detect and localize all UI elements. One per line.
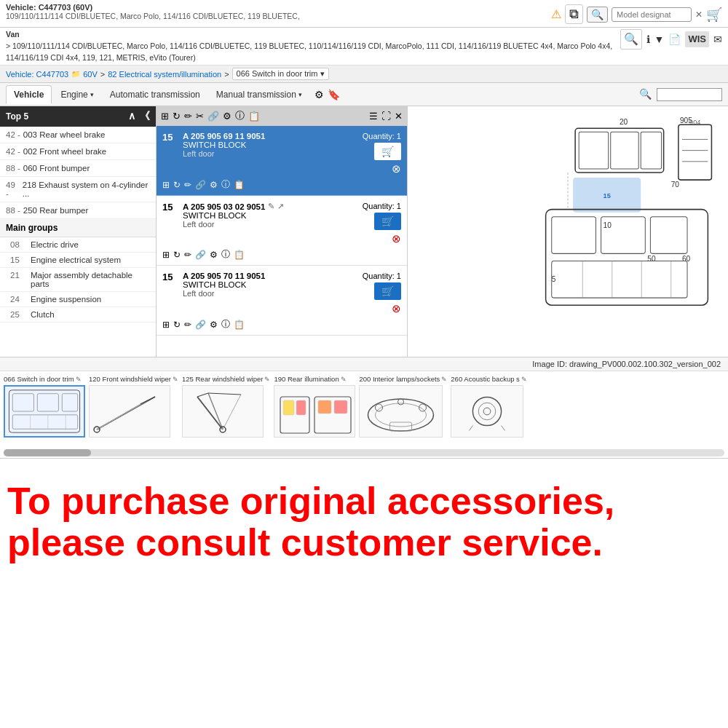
cart-btn-3[interactable]: 🛒: [374, 282, 401, 300]
fullscreen-icon[interactable]: ⛶: [381, 111, 391, 122]
doc-icon[interactable]: 📄: [668, 32, 681, 47]
search-icon[interactable]: 🔍: [587, 7, 608, 23]
thumb-label-4: 190 Rear illumination ✎: [274, 375, 355, 383]
link-sm-icon[interactable]: 🔗: [195, 180, 206, 190]
nav-icon-settings[interactable]: ⚙: [314, 89, 324, 100]
pencil-icon[interactable]: ✏: [184, 111, 192, 122]
info-sm-icon[interactable]: ⓘ: [221, 248, 230, 261]
thumbnail-item-3[interactable]: 125 Rear windshield wiper ✎: [182, 375, 270, 438]
top5-item-3[interactable]: 88 - 060 Front bumper: [0, 160, 156, 177]
breadcrumb-60v[interactable]: 60V: [83, 70, 98, 79]
filter-icon[interactable]: ▼: [654, 32, 665, 47]
grid-sm-icon[interactable]: ⊞: [162, 250, 170, 260]
thumbnail-item-5[interactable]: 200 Interior lamps/sockets ✎: [359, 375, 447, 438]
ext-link-icon-2[interactable]: ↗: [277, 202, 284, 211]
info-sm-icon[interactable]: ⓘ: [221, 178, 230, 191]
cart-icon[interactable]: 🛒: [706, 7, 722, 23]
nav-icon-bookmark[interactable]: 🔖: [328, 89, 340, 100]
group-item-4[interactable]: 24 Engine suspension: [0, 292, 156, 307]
close-panel-icon[interactable]: ✕: [395, 111, 403, 122]
cart-btn-1[interactable]: 🛒: [374, 143, 401, 160]
nav-search-icon[interactable]: 🔍: [639, 88, 652, 100]
top5-header[interactable]: Top 5 ∧ 《: [0, 106, 156, 127]
close-x-icon[interactable]: ✕: [695, 9, 703, 20]
wis-icon[interactable]: WIS: [685, 31, 709, 47]
thumbnail-item-1[interactable]: 066 Switch in door trim ✎: [4, 375, 85, 438]
link-icon[interactable]: 🔗: [207, 111, 219, 122]
top-header: Vehicle: C447703 (60V) 109/110/111/114 C…: [0, 0, 728, 28]
delete-btn-3[interactable]: ⊗: [392, 302, 401, 315]
top5-item-5[interactable]: 88 - 250 Rear bumper: [0, 202, 156, 219]
info-sm-icon[interactable]: ⓘ: [221, 318, 230, 331]
scrollbar-thumb[interactable]: [4, 449, 91, 456]
zoom-icon[interactable]: 🔍: [620, 29, 642, 50]
scrollbar-track[interactable]: [4, 449, 724, 456]
pencil-sm-icon[interactable]: ✏: [184, 320, 191, 330]
part-item-1[interactable]: 15 A 205 905 69 11 9051 SWITCH BLOCK Lef…: [157, 126, 407, 196]
edit-icon-2[interactable]: ✎: [268, 202, 274, 211]
link-sm-icon[interactable]: 🔗: [195, 320, 206, 330]
top5-item-2[interactable]: 42 - 002 Front wheel brake: [0, 143, 156, 160]
refresh-sm-icon[interactable]: ↻: [173, 320, 181, 330]
link-sm-icon[interactable]: 🔗: [195, 250, 206, 260]
group-item-5[interactable]: 25 Clutch: [0, 307, 156, 323]
part-icons-row-1: ⊞ ↻ ✏ 🔗 ⚙ ⓘ 📋: [162, 178, 401, 191]
breadcrumb-elec[interactable]: 82 Electrical system/illumination: [108, 70, 221, 79]
cart-btn-2[interactable]: 🛒: [374, 213, 401, 230]
tab-automatic[interactable]: Automatic transmission: [103, 86, 207, 103]
gear-sm-icon[interactable]: ⚙: [210, 250, 218, 260]
refresh-sm-icon[interactable]: ↻: [173, 180, 181, 190]
top5-item-1[interactable]: 42 - 003 Rear wheel brake: [0, 127, 156, 143]
tab-manual[interactable]: Manual transmission ▾: [209, 86, 309, 103]
grid-sm-icon[interactable]: ⊞: [162, 320, 170, 330]
cut-icon[interactable]: ✂: [196, 111, 204, 122]
file-icon[interactable]: 📋: [248, 111, 260, 122]
thumb-edit-icon-1[interactable]: ✎: [76, 376, 82, 383]
svg-point-55: [376, 403, 427, 427]
thumb-edit-icon-4[interactable]: ✎: [341, 376, 347, 383]
mail-icon[interactable]: ✉: [713, 32, 722, 47]
thumb-edit-icon-6[interactable]: ✎: [521, 376, 527, 383]
pencil-sm-icon[interactable]: ✏: [184, 180, 191, 190]
gear-sm-icon[interactable]: ⚙: [210, 320, 218, 330]
thumb-edit-icon-5[interactable]: ✎: [441, 376, 447, 383]
delete-btn-2[interactable]: ⊗: [392, 232, 401, 245]
group-item-1[interactable]: 08 Electric drive: [0, 237, 156, 253]
file-sm-icon[interactable]: 📋: [234, 320, 245, 330]
thumbnail-item-4[interactable]: 190 Rear illumination ✎: [274, 375, 355, 438]
thumbnail-item-2[interactable]: 120 Front windshield wiper ✎: [89, 375, 178, 438]
pencil-sm-icon[interactable]: ✏: [184, 250, 191, 260]
double-left-icon[interactable]: 《: [140, 110, 150, 123]
gear-sm-icon[interactable]: ⚙: [210, 180, 218, 190]
part-item-2[interactable]: 15 A 205 905 03 02 9051 ✎ ↗ SWITCH BLOCK…: [157, 196, 407, 266]
thumb-edit-icon-2[interactable]: ✎: [173, 376, 178, 383]
svg-point-58: [398, 399, 404, 405]
delete-btn-1[interactable]: ⊗: [392, 162, 401, 175]
group-item-3[interactable]: 21 Major assembly detachable parts: [0, 268, 156, 292]
thumbnail-item-6[interactable]: 260 Acoustic backup s ✎: [451, 375, 527, 438]
main-content: Top 5 ∧ 《 42 - 003 Rear wheel brake 42 -…: [0, 106, 728, 357]
grid-icon[interactable]: ⊞: [161, 111, 169, 122]
file-sm-icon[interactable]: 📋: [234, 250, 245, 260]
copy-icon[interactable]: ⧉: [565, 4, 583, 24]
refresh-sm-icon[interactable]: ↻: [173, 250, 181, 260]
breadcrumb-vehicle[interactable]: Vehicle: C447703: [6, 70, 68, 79]
thumb-edit-icon-3[interactable]: ✎: [264, 376, 270, 383]
part-location-2: Left door: [183, 220, 363, 229]
part-item-3[interactable]: 15 A 205 905 70 11 9051 SWITCH BLOCK Lef…: [157, 266, 407, 336]
info-icon[interactable]: ℹ: [646, 32, 650, 47]
thumbnails-section: Image ID: drawing_PV000.002.100.302_vers…: [0, 357, 728, 459]
refresh-icon[interactable]: ↻: [173, 111, 181, 122]
tab-engine[interactable]: Engine ▾: [53, 86, 100, 103]
gear-icon[interactable]: ⚙: [223, 111, 232, 122]
tab-vehicle[interactable]: Vehicle: [6, 85, 52, 104]
list-icon[interactable]: ☰: [369, 111, 378, 122]
top5-item-4[interactable]: 49 - 218 Exhaust system on 4-cylinder ..…: [0, 177, 156, 202]
collapse-icon[interactable]: ∧: [128, 110, 135, 123]
group-item-2[interactable]: 15 Engine electrical system: [0, 253, 156, 268]
info-circle-icon[interactable]: ⓘ: [235, 109, 245, 122]
nav-search-input[interactable]: [657, 88, 722, 101]
file-sm-icon[interactable]: 📋: [234, 180, 245, 190]
model-search-input[interactable]: [612, 7, 692, 22]
grid-sm-icon[interactable]: ⊞: [162, 180, 170, 190]
